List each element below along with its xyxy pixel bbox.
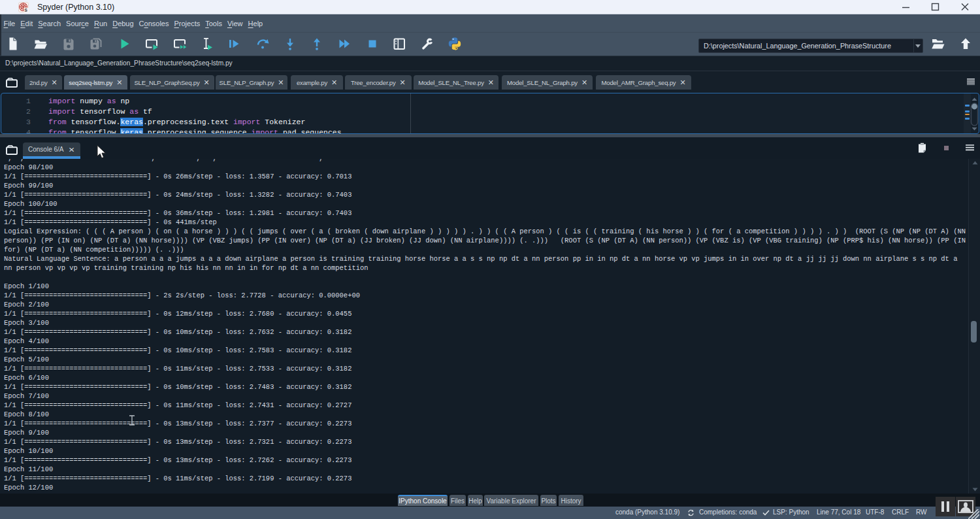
svg-text:s: s: [24, 7, 27, 12]
